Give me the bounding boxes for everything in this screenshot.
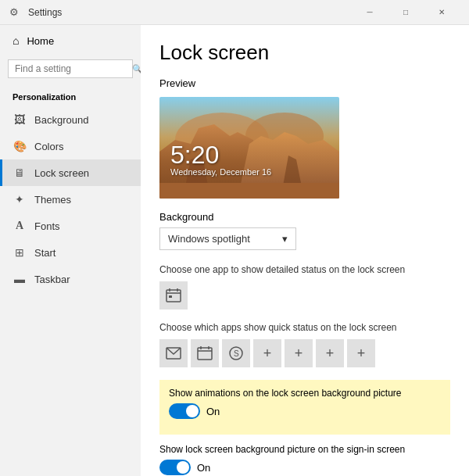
- quick-app-add-3[interactable]: +: [316, 339, 344, 367]
- chevron-down-icon: ▾: [282, 233, 288, 245]
- preview-time-area: 5:20 Wednesday, December 16: [170, 142, 271, 177]
- sidebar-item-fonts[interactable]: A Fonts: [0, 213, 141, 239]
- settings-icon: ⚙: [9, 6, 22, 19]
- sidebar-item-themes[interactable]: ✦ Themes: [0, 186, 141, 213]
- quick-app-add-2[interactable]: +: [285, 339, 313, 367]
- sidebar-item-label: Themes: [34, 194, 71, 206]
- background-label: Background: [159, 211, 450, 223]
- titlebar: ⚙ Settings ─ □ ✕: [0, 0, 469, 25]
- home-icon: ⌂: [13, 34, 19, 47]
- sidebar-item-label: Fonts: [34, 220, 60, 232]
- sidebar-item-home[interactable]: ⌂ Home: [0, 25, 141, 56]
- colors-icon: 🎨: [13, 140, 27, 152]
- sign-in-label: Show lock screen background picture on t…: [159, 444, 450, 455]
- taskbar-icon: ▬: [13, 273, 27, 285]
- minimize-button[interactable]: ─: [352, 0, 388, 25]
- preview-time: 5:20: [170, 142, 271, 167]
- animation-section: Show animations on the lock screen backg…: [159, 380, 450, 435]
- animation-toggle[interactable]: [169, 403, 200, 419]
- quick-apps-label: Choose which apps show quick status on t…: [159, 322, 450, 333]
- sidebar-item-lock-screen[interactable]: 🖥 Lock screen: [0, 159, 141, 186]
- calendar2-icon: [197, 345, 213, 361]
- sidebar-item-label: Start: [34, 247, 55, 259]
- quick-app-add-1[interactable]: +: [253, 339, 281, 367]
- quick-apps-section: Choose which apps show quick status on t…: [159, 322, 450, 367]
- window-title: Settings: [28, 7, 352, 18]
- background-section: Background Windows spotlight ▾: [159, 211, 450, 250]
- quick-app-add-4[interactable]: +: [347, 339, 375, 367]
- skype-icon: S: [228, 345, 244, 361]
- content-area: ⌂ Home 🔍 Personalization 🖼 Background 🎨 …: [0, 25, 469, 476]
- sidebar-item-colors[interactable]: 🎨 Colors: [0, 133, 141, 159]
- svg-rect-8: [166, 290, 181, 302]
- quick-app-mail[interactable]: [159, 339, 188, 367]
- svg-rect-14: [198, 348, 212, 360]
- quick-app-calendar[interactable]: [191, 339, 219, 367]
- detailed-app-label: Choose one app to show detailed status o…: [159, 264, 450, 275]
- window-controls: ─ □ ✕: [352, 0, 460, 25]
- detailed-app-icons: [159, 281, 450, 310]
- svg-text:S: S: [234, 349, 239, 358]
- sign-in-on-label: On: [197, 462, 210, 474]
- sidebar-item-label: Background: [34, 114, 88, 126]
- background-dropdown[interactable]: Windows spotlight ▾: [159, 227, 296, 250]
- sidebar-item-background[interactable]: 🖼 Background: [0, 106, 141, 133]
- calendar-icon: [166, 288, 181, 303]
- quick-app-icons: S + + + +: [159, 339, 450, 367]
- detailed-app-button[interactable]: [159, 281, 188, 310]
- detailed-app-section: Choose one app to show detailed status o…: [159, 264, 450, 310]
- sidebar-item-label: Lock screen: [34, 167, 89, 179]
- close-button[interactable]: ✕: [424, 0, 460, 25]
- search-icon: 🔍: [132, 64, 141, 74]
- home-label: Home: [27, 35, 54, 47]
- svg-rect-12: [169, 295, 172, 298]
- animation-label: Show animations on the lock screen backg…: [169, 388, 441, 399]
- themes-icon: ✦: [13, 193, 27, 206]
- search-box[interactable]: 🔍: [8, 59, 133, 78]
- sidebar-item-label: Colors: [34, 141, 64, 152]
- sidebar-item-start[interactable]: ⊞ Start: [0, 239, 141, 266]
- sign-in-section: Show lock screen background picture on t…: [159, 444, 450, 475]
- start-icon: ⊞: [13, 246, 27, 259]
- settings-window: ⚙ Settings ─ □ ✕ ⌂ Home 🔍 Personalizatio…: [0, 0, 469, 476]
- background-icon: 🖼: [13, 113, 27, 126]
- sidebar: ⌂ Home 🔍 Personalization 🖼 Background 🎨 …: [0, 25, 141, 476]
- page-title: Lock screen: [159, 41, 450, 65]
- lock-screen-icon: 🖥: [13, 166, 27, 179]
- sidebar-section-title: Personalization: [0, 86, 141, 106]
- animation-toggle-row: On: [169, 403, 441, 419]
- preview-date: Wednesday, December 16: [170, 167, 271, 177]
- quick-app-skype[interactable]: S: [222, 339, 250, 367]
- mail-icon: [166, 347, 181, 360]
- maximize-button[interactable]: □: [388, 0, 424, 25]
- sidebar-item-taskbar[interactable]: ▬ Taskbar: [0, 266, 141, 292]
- main-content: Lock screen Preview: [141, 25, 469, 476]
- animation-on-label: On: [206, 406, 220, 417]
- background-value: Windows spotlight: [168, 233, 250, 245]
- lock-screen-preview: 5:20 Wednesday, December 16: [159, 97, 339, 199]
- preview-label: Preview: [159, 77, 450, 89]
- sidebar-item-label: Taskbar: [34, 274, 70, 285]
- svg-rect-7: [159, 183, 339, 199]
- search-input[interactable]: [15, 63, 132, 74]
- sign-in-toggle[interactable]: [159, 460, 191, 475]
- fonts-icon: A: [13, 220, 27, 232]
